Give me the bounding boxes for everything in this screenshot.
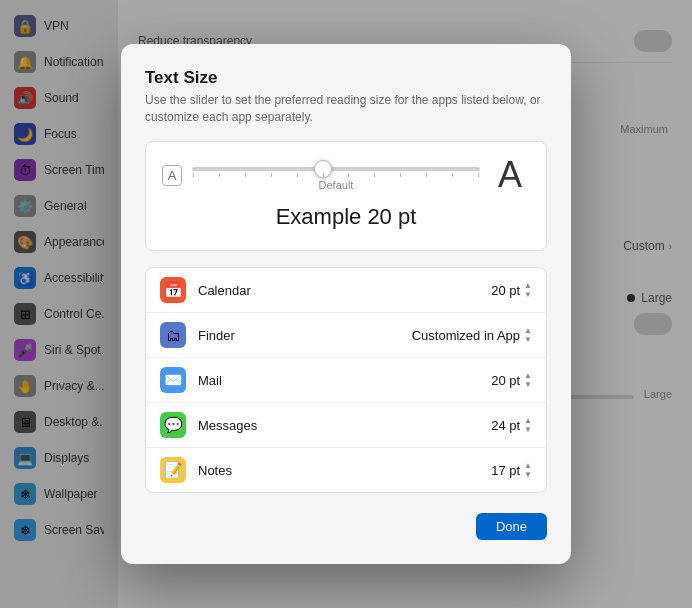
big-a-icon: A <box>490 154 530 196</box>
app-list: 📅Calendar20 pt▲▼🗂FinderCustomized in App… <box>145 267 547 493</box>
finder-stepper-down[interactable]: ▼ <box>524 336 532 344</box>
app-row-notes[interactable]: 📝Notes17 pt▲▼ <box>146 448 546 492</box>
app-row-calendar[interactable]: 📅Calendar20 pt▲▼ <box>146 268 546 313</box>
notes-name: Notes <box>198 463 479 478</box>
app-row-finder[interactable]: 🗂FinderCustomized in App▲▼ <box>146 313 546 358</box>
small-a-icon: A <box>162 165 182 186</box>
slider-ticks <box>192 173 480 177</box>
notes-stepper-down[interactable]: ▼ <box>524 471 532 479</box>
modal-title: Text Size <box>145 68 547 88</box>
default-label: Default <box>192 179 480 191</box>
app-row-mail[interactable]: ✉️Mail20 pt▲▼ <box>146 358 546 403</box>
calendar-stepper[interactable]: ▲▼ <box>524 282 532 299</box>
mail-value-text: 20 pt <box>491 373 520 388</box>
calendar-stepper-down[interactable]: ▼ <box>524 291 532 299</box>
finder-value-text: Customized in App <box>412 328 520 343</box>
finder-stepper[interactable]: ▲▼ <box>524 327 532 344</box>
calendar-stepper-up[interactable]: ▲ <box>524 282 532 290</box>
modal-overlay: Text Size Use the slider to set the pref… <box>0 0 692 608</box>
mail-icon: ✉️ <box>160 367 186 393</box>
messages-stepper-down[interactable]: ▼ <box>524 426 532 434</box>
text-size-slider[interactable] <box>192 167 480 171</box>
messages-value-text: 24 pt <box>491 418 520 433</box>
messages-name: Messages <box>198 418 479 433</box>
mail-name: Mail <box>198 373 479 388</box>
notes-stepper-up[interactable]: ▲ <box>524 462 532 470</box>
notes-value-text: 17 pt <box>491 463 520 478</box>
mail-value: 20 pt▲▼ <box>491 372 532 389</box>
messages-stepper[interactable]: ▲▼ <box>524 417 532 434</box>
modal-subtitle: Use the slider to set the preferred read… <box>145 92 547 126</box>
modal-footer: Done <box>145 513 547 540</box>
finder-name: Finder <box>198 328 400 343</box>
messages-value: 24 pt▲▼ <box>491 417 532 434</box>
mail-stepper-down[interactable]: ▼ <box>524 381 532 389</box>
text-size-modal: Text Size Use the slider to set the pref… <box>121 44 571 565</box>
finder-stepper-up[interactable]: ▲ <box>524 327 532 335</box>
slider-track-container: Default <box>192 159 480 191</box>
mail-stepper[interactable]: ▲▼ <box>524 372 532 389</box>
calendar-name: Calendar <box>198 283 479 298</box>
slider-card: A Default A Example 20 pt <box>145 141 547 251</box>
messages-icon: 💬 <box>160 412 186 438</box>
done-button[interactable]: Done <box>476 513 547 540</box>
messages-stepper-up[interactable]: ▲ <box>524 417 532 425</box>
calendar-icon: 📅 <box>160 277 186 303</box>
notes-value: 17 pt▲▼ <box>491 462 532 479</box>
finder-value: Customized in App▲▼ <box>412 327 532 344</box>
notes-stepper[interactable]: ▲▼ <box>524 462 532 479</box>
mail-stepper-up[interactable]: ▲ <box>524 372 532 380</box>
app-row-messages[interactable]: 💬Messages24 pt▲▼ <box>146 403 546 448</box>
example-text: Example 20 pt <box>162 200 530 238</box>
calendar-value-text: 20 pt <box>491 283 520 298</box>
finder-icon: 🗂 <box>160 322 186 348</box>
calendar-value: 20 pt▲▼ <box>491 282 532 299</box>
notes-icon: 📝 <box>160 457 186 483</box>
